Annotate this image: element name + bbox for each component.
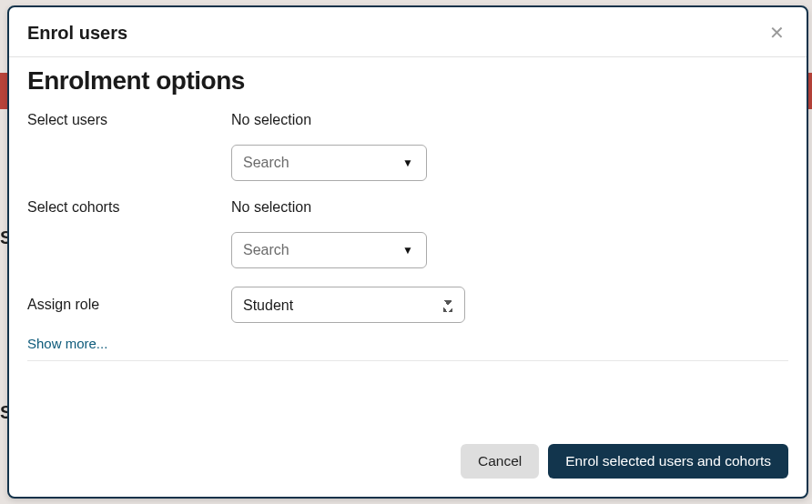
cohorts-search-input[interactable] (232, 235, 436, 266)
close-button[interactable]: ✕ (766, 22, 788, 44)
users-search-input[interactable] (232, 147, 436, 178)
assign-role-select[interactable]: Student (231, 287, 465, 323)
modal-footer: Cancel Enrol selected users and cohorts (9, 400, 807, 497)
users-no-selection: No selection (231, 112, 788, 128)
enrol-submit-button[interactable]: Enrol selected users and cohorts (548, 444, 788, 479)
users-search-combo[interactable]: ▼ (231, 145, 427, 181)
divider (27, 360, 788, 361)
section-title: Enrolment options (27, 66, 788, 96)
select-cohorts-row: Select cohorts No selection ▼ (27, 199, 788, 268)
modal-body: Enrolment options Select users No select… (9, 57, 807, 400)
select-cohorts-field: No selection ▼ (231, 199, 788, 268)
assign-role-field: Student (231, 287, 788, 323)
show-more-link[interactable]: Show more... (27, 336, 107, 351)
select-users-field: No selection ▼ (231, 112, 788, 181)
select-cohorts-label: Select cohorts (27, 199, 231, 216)
close-icon: ✕ (769, 23, 785, 43)
enrol-users-modal: Enrol users ✕ Enrolment options Select u… (7, 5, 808, 499)
modal-header: Enrol users ✕ (9, 7, 807, 57)
assign-role-row: Assign role Student (27, 287, 788, 323)
cohorts-no-selection: No selection (231, 199, 788, 216)
assign-role-label: Assign role (27, 297, 231, 313)
modal-title: Enrol users (27, 23, 127, 44)
select-users-row: Select users No selection ▼ (27, 112, 788, 181)
cohorts-search-combo[interactable]: ▼ (231, 232, 427, 268)
cancel-button[interactable]: Cancel (461, 444, 539, 479)
select-users-label: Select users (27, 112, 231, 128)
